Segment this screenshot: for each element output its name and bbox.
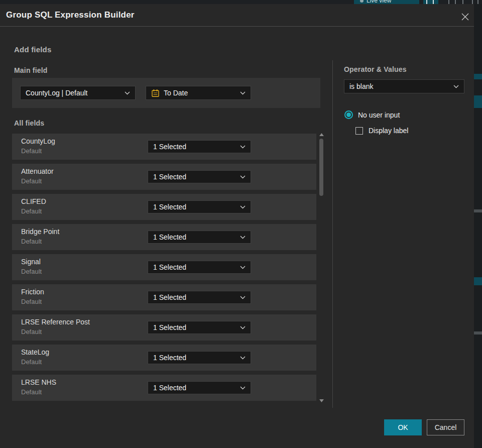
field-row-friction: Friction Default 1 Selected (12, 284, 316, 310)
background-app-panel (474, 4, 482, 448)
field-subtitle: Default (21, 358, 42, 366)
main-field-dropdown-value: CountyLog | Default (26, 89, 120, 97)
no-user-input-label: No user input (358, 111, 400, 119)
display-label-checkbox[interactable]: Display label (355, 127, 408, 135)
live-view-button: Live view (354, 0, 419, 4)
field-name: Attenuator (21, 167, 54, 175)
field-row-countylog: CountyLog Default 1 Selected (12, 134, 316, 160)
background-toolbar-fragment (423, 0, 438, 4)
close-icon (461, 13, 469, 21)
panel-divider (332, 60, 333, 408)
chevron-down-icon (240, 356, 246, 360)
field-name: Bridge Point (21, 228, 59, 236)
operator-dropdown[interactable]: is blank (344, 79, 464, 93)
field-name: LRSE NHS (21, 378, 56, 386)
chevron-down-icon (240, 296, 246, 299)
field-selected-dropdown[interactable]: 1 Selected (148, 321, 251, 334)
background-icon-fragment (426, 0, 427, 4)
field-subtitle: Default (21, 238, 42, 245)
operator-values-heading: Operator & Values (344, 65, 407, 73)
field-selected-dropdown[interactable]: 1 Selected (148, 351, 251, 364)
titlebar-divider (0, 26, 474, 27)
main-field-date-value: To Date (164, 89, 236, 97)
background-icon-fragment (448, 0, 449, 4)
field-subtitle: Default (21, 207, 42, 215)
live-view-status-dot (360, 0, 364, 3)
background-icon-fragment (472, 0, 473, 4)
field-name: Signal (21, 258, 41, 266)
field-selected-dropdown[interactable]: 1 Selected (148, 291, 251, 304)
display-label-label: Display label (369, 127, 408, 135)
all-fields-label: All fields (14, 119, 44, 127)
checkbox-unchecked-icon (355, 127, 363, 135)
background-panel-fragment (474, 277, 482, 285)
radio-selected-icon (344, 110, 353, 119)
scrollbar-thumb[interactable] (319, 139, 323, 196)
ok-button[interactable]: OK (384, 419, 422, 435)
calendar-icon (151, 89, 160, 97)
background-panel-fragment (474, 331, 482, 334)
chevron-down-icon (240, 91, 246, 95)
chevron-down-icon (240, 326, 246, 329)
chevron-down-icon (453, 85, 459, 88)
chevron-down-icon (240, 175, 246, 179)
field-subtitle: Default (21, 177, 42, 185)
main-field-dropdown[interactable]: CountyLog | Default (20, 86, 136, 100)
operator-dropdown-value: is blank (349, 82, 449, 90)
chevron-down-icon (240, 266, 246, 269)
chevron-down-icon (240, 145, 246, 149)
field-row-bridge-point: Bridge Point Default 1 Selected (12, 224, 316, 250)
add-fields-heading: Add fields (14, 45, 52, 54)
scroll-up-icon (319, 133, 324, 136)
field-name: LRSE Reference Post (21, 318, 90, 326)
background-app-toolbar: Live view (0, 0, 482, 4)
field-subtitle: Default (21, 268, 42, 275)
field-selected-dropdown[interactable]: 1 Selected (148, 381, 251, 394)
dialog-title: Group SQL Expression Builder (6, 4, 135, 26)
field-selected-dropdown[interactable]: 1 Selected (148, 231, 251, 244)
no-user-input-radio[interactable]: No user input (344, 110, 400, 119)
cancel-button[interactable]: Cancel (427, 419, 464, 435)
field-subtitle: Default (21, 388, 42, 396)
field-subtitle: Default (21, 298, 42, 305)
scroll-down-icon (319, 399, 324, 402)
chevron-down-icon (240, 236, 246, 239)
close-button[interactable] (459, 11, 471, 23)
scrollbar-up-button[interactable] (319, 133, 324, 136)
field-name: Friction (21, 288, 44, 296)
field-name: CountyLog (21, 137, 55, 145)
field-name: CLIFED (21, 197, 46, 205)
field-row-statelog: StateLog Default 1 Selected (12, 345, 316, 371)
background-icon-fragment (462, 0, 463, 4)
background-panel-fragment (474, 95, 482, 108)
chevron-down-icon (125, 91, 130, 95)
field-row-signal: Signal Default 1 Selected (12, 254, 316, 280)
field-selected-dropdown[interactable]: 1 Selected (148, 261, 251, 274)
background-panel-fragment (474, 209, 482, 212)
background-panel-fragment (474, 74, 482, 79)
chevron-down-icon (240, 205, 246, 209)
main-field-label: Main field (14, 66, 48, 74)
field-row-clifed: CLIFED Default 1 Selected (12, 194, 316, 220)
field-row-lrse-reference-post: LRSE Reference Post Default 1 Selected (12, 314, 316, 341)
background-icon-fragment (477, 0, 478, 4)
field-subtitle: Default (21, 328, 42, 335)
main-field-date-dropdown[interactable]: To Date (146, 86, 251, 100)
background-icon-fragment (433, 0, 434, 4)
field-selected-dropdown[interactable]: 1 Selected (148, 170, 251, 183)
group-sql-expression-builder-dialog: Group SQL Expression Builder Add fields … (0, 4, 474, 448)
field-selected-dropdown[interactable]: 1 Selected (148, 140, 251, 153)
dialog-titlebar: Group SQL Expression Builder (0, 4, 474, 26)
field-name: StateLog (21, 348, 49, 356)
chevron-down-icon (240, 386, 246, 390)
field-row-attenuator: Attenuator Default 1 Selected (12, 164, 316, 190)
live-view-label: Live view (367, 0, 391, 4)
field-row-lrse-nhs: LRSE NHS Default 1 Selected (12, 375, 316, 401)
field-subtitle: Default (21, 147, 42, 155)
scrollbar-down-button[interactable] (319, 399, 324, 402)
background-icon-fragment (455, 0, 456, 4)
field-selected-dropdown[interactable]: 1 Selected (148, 200, 251, 213)
